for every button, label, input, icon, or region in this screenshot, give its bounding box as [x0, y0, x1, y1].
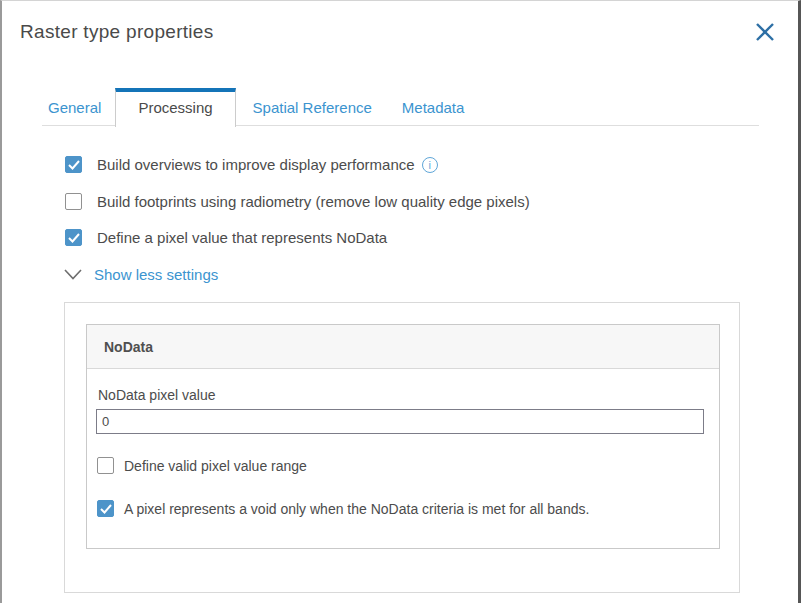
info-icon[interactable]	[422, 157, 438, 173]
valid-range-checkbox[interactable]	[97, 457, 114, 474]
build-footprints-label: Build footprints using radiometry (remov…	[97, 193, 530, 210]
tab-metadata[interactable]: Metadata	[399, 90, 468, 125]
nodata-group-box: NoData NoData pixel value Define valid p…	[86, 324, 720, 549]
option-row-define-nodata: Define a pixel value that represents NoD…	[65, 228, 387, 247]
option-row-build-footprints: Build footprints using radiometry (remov…	[65, 192, 530, 211]
raster-type-properties-dialog: Raster type properties General Processin…	[0, 0, 801, 603]
define-nodata-checkbox[interactable]	[65, 229, 82, 246]
build-overviews-label: Build overviews to improve display perfo…	[97, 156, 415, 173]
tab-general[interactable]: General	[45, 90, 104, 125]
nodata-pixel-value-input[interactable]	[96, 409, 704, 434]
dialog-title: Raster type properties	[20, 21, 214, 43]
advanced-settings-panel: NoData NoData pixel value Define valid p…	[64, 302, 740, 593]
tab-bar: General Processing Spatial Reference Met…	[42, 88, 759, 126]
build-overviews-checkbox[interactable]	[65, 156, 82, 173]
tab-processing[interactable]: Processing	[115, 88, 235, 127]
checkmark-icon	[68, 233, 80, 243]
option-row-build-overviews: Build overviews to improve display perfo…	[65, 155, 438, 174]
option-row-valid-range: Define valid pixel value range	[97, 457, 704, 474]
nodata-group-body: NoData pixel value Define valid pixel va…	[87, 369, 719, 517]
close-button[interactable]	[752, 19, 778, 45]
nodata-group-header: NoData	[87, 325, 719, 369]
chevron-down-icon	[64, 269, 82, 280]
valid-range-label: Define valid pixel value range	[124, 458, 307, 474]
checkmark-icon	[100, 504, 112, 514]
nodata-pixel-value-label: NoData pixel value	[98, 387, 704, 403]
show-less-settings-label: Show less settings	[94, 266, 218, 283]
tab-spatial-reference[interactable]: Spatial Reference	[250, 90, 375, 125]
build-footprints-checkbox[interactable]	[65, 193, 82, 210]
checkmark-icon	[68, 160, 80, 170]
option-row-void-all-bands: A pixel represents a void only when the …	[97, 500, 704, 517]
show-less-settings-link[interactable]: Show less settings	[64, 266, 218, 283]
define-nodata-label: Define a pixel value that represents NoD…	[97, 229, 387, 246]
void-all-bands-label: A pixel represents a void only when the …	[124, 501, 589, 517]
close-icon	[754, 21, 776, 43]
void-all-bands-checkbox[interactable]	[97, 500, 114, 517]
